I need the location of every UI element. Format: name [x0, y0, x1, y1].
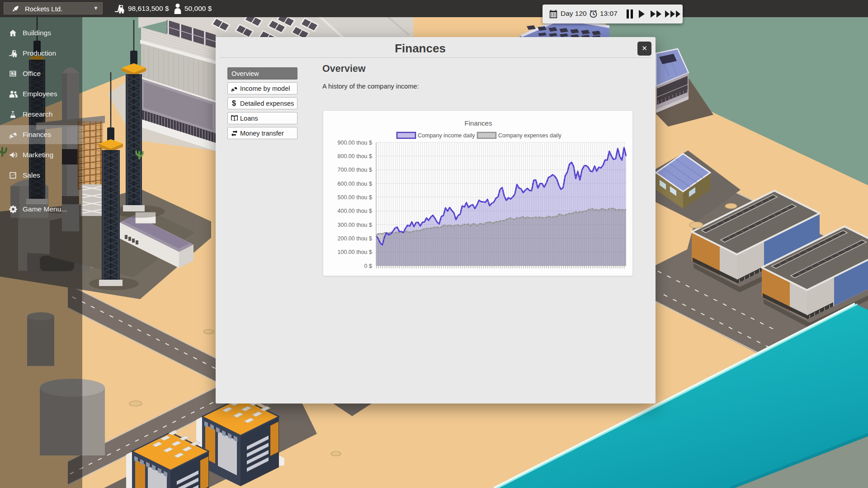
svg-text:0 $: 0 $	[364, 263, 372, 269]
svg-text:600.00 thou $: 600.00 thou $	[338, 181, 373, 187]
svg-text:400.00 thou $: 400.00 thou $	[338, 208, 373, 214]
svg-text:500.00 thou $: 500.00 thou $	[338, 194, 373, 201]
svg-text:900.00 thou $: 900.00 thou $	[338, 140, 373, 146]
svg-text:100.00 thou $: 100.00 thou $	[338, 249, 373, 255]
svg-text:Finances: Finances	[465, 119, 492, 127]
svg-text:200.00 thou $: 200.00 thou $	[338, 235, 373, 242]
svg-text:Company income daily: Company income daily	[418, 132, 475, 139]
svg-text:Company expenses daily: Company expenses daily	[498, 132, 561, 139]
svg-text:700.00 thou $: 700.00 thou $	[338, 167, 373, 173]
svg-text:300.00 thou $: 300.00 thou $	[338, 222, 373, 228]
svg-text:800.00 thou $: 800.00 thou $	[338, 153, 373, 160]
